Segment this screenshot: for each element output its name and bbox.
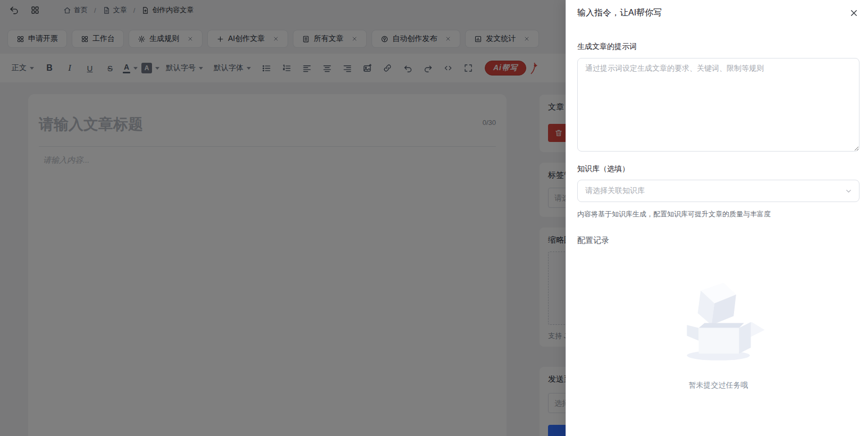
empty-state-text: 暂未提交过任务哦 bbox=[577, 381, 859, 390]
drawer-body: 生成文章的提示词 知识库（选填） 请选择关联知识库 内容将基于知识库生成，配置知… bbox=[566, 19, 868, 390]
prompt-label: 生成文章的提示词 bbox=[577, 42, 859, 52]
knowledge-base-placeholder: 请选择关联知识库 bbox=[585, 186, 645, 196]
drawer-header: 输入指令，让AI帮你写 bbox=[566, 0, 868, 19]
knowledge-base-help-text: 内容将基于知识库生成，配置知识库可提升文章的质量与丰富度 bbox=[577, 209, 859, 219]
empty-state: 暂未提交过任务哦 bbox=[577, 275, 859, 390]
chevron-down-icon bbox=[845, 187, 853, 195]
drawer-title: 输入指令，让AI帮你写 bbox=[577, 7, 662, 19]
close-icon bbox=[849, 8, 859, 18]
knowledge-base-label: 知识库（选填） bbox=[577, 164, 859, 174]
config-records-title: 配置记录 bbox=[577, 236, 859, 246]
empty-box-illustration bbox=[669, 275, 768, 365]
prompt-textarea[interactable] bbox=[577, 58, 859, 152]
knowledge-base-select[interactable]: 请选择关联知识库 bbox=[577, 180, 859, 202]
drawer-close-button[interactable] bbox=[848, 7, 859, 19]
app-root: 首页 / 文章 / 创作内容文章 申请开票 工作台 生成规则 bbox=[0, 0, 868, 436]
ai-write-drawer: 输入指令，让AI帮你写 生成文章的提示词 知识库（选填） 请选择关联知识库 内容… bbox=[566, 0, 868, 436]
